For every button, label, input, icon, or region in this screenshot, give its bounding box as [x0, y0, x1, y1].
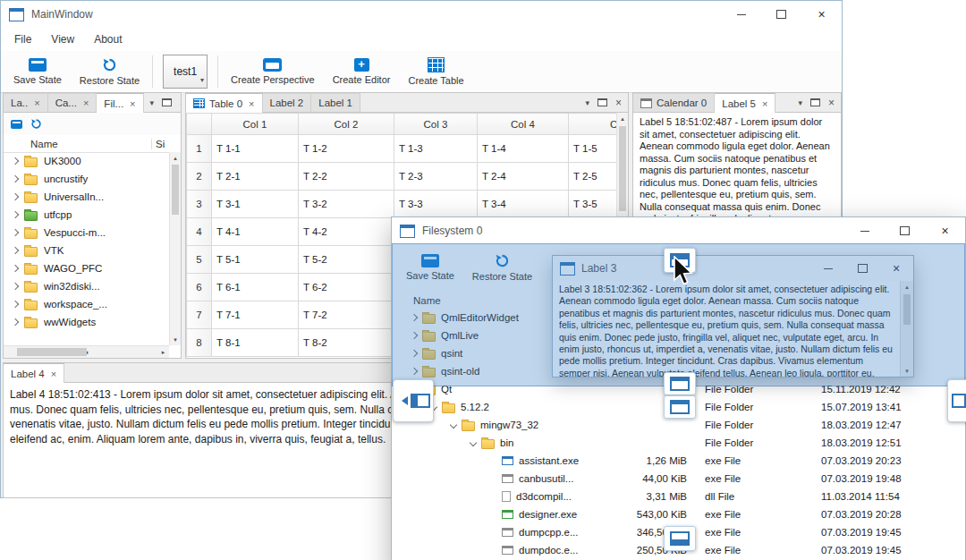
- column-header[interactable]: Col 2: [299, 114, 394, 135]
- tab-close-icon[interactable]: ×: [83, 98, 89, 108]
- table-cell[interactable]: T 1-5: [569, 135, 617, 163]
- horizontal-scrollbar[interactable]: ◂ ▸: [4, 345, 169, 358]
- row-header[interactable]: 1: [187, 135, 212, 163]
- tab-close-icon[interactable]: ×: [762, 98, 767, 109]
- drop-indicator-right[interactable]: [947, 379, 966, 422]
- create-editor-button[interactable]: Create Editor: [324, 51, 400, 92]
- tree-item[interactable]: win32diski...: [4, 277, 169, 295]
- save-state-button[interactable]: Save State: [4, 51, 71, 92]
- tab-menu-icon[interactable]: ▾: [150, 98, 155, 107]
- table-cell[interactable]: T 2-1: [212, 163, 299, 191]
- table-cell[interactable]: T 3-2: [299, 191, 394, 218]
- chevron-right-icon[interactable]: [12, 175, 19, 182]
- perspective-combobox[interactable]: test1 ▾: [163, 55, 208, 89]
- scrollbar-thumb[interactable]: [17, 348, 87, 356]
- column-header[interactable]: Col 5: [569, 114, 617, 135]
- close-icon[interactable]: ×: [615, 97, 622, 109]
- tab-calendar0[interactable]: Calendar 0: [633, 93, 715, 112]
- tree-header[interactable]: Name Si: [4, 135, 181, 153]
- column-header[interactable]: Col 1: [212, 114, 299, 135]
- table-cell[interactable]: T 2-5: [569, 163, 617, 191]
- row-header[interactable]: 6: [187, 274, 212, 301]
- row-header[interactable]: 5: [187, 246, 212, 274]
- tab-menu-icon[interactable]: ▾: [798, 98, 802, 107]
- close-button[interactable]: ×: [801, 1, 842, 28]
- chevron-right-icon[interactable]: [12, 318, 19, 326]
- row-header[interactable]: 7: [187, 301, 212, 329]
- vertical-scrollbar[interactable]: ▴ ▾: [169, 152, 181, 345]
- chevron-right-icon[interactable]: [12, 211, 19, 218]
- column-header[interactable]: Col 3: [394, 114, 478, 135]
- chevron-right-icon[interactable]: [12, 283, 19, 290]
- main-titlebar[interactable]: MainWindow ×: [1, 1, 842, 28]
- close-icon[interactable]: ×: [180, 97, 182, 109]
- table-cell[interactable]: T 8-2: [299, 329, 394, 357]
- minimize-button[interactable]: [844, 217, 885, 244]
- create-perspective-button[interactable]: Create Perspective: [222, 51, 324, 92]
- row-header[interactable]: 2: [187, 163, 212, 191]
- row-header[interactable]: 8: [187, 329, 212, 357]
- drop-indicator-bottom[interactable]: [664, 526, 696, 551]
- filesystem-row[interactable]: d3dcompil...3,31 MiBdll File11.03.2014 1…: [392, 488, 965, 505]
- tab-close-icon[interactable]: ×: [51, 369, 56, 379]
- detach-icon[interactable]: [162, 98, 172, 106]
- table-cell[interactable]: T 3-5: [569, 191, 617, 218]
- tab-close-icon[interactable]: ×: [130, 98, 135, 109]
- tree-item[interactable]: UK3000: [4, 152, 169, 170]
- tab-close-icon[interactable]: ×: [249, 98, 254, 109]
- tab-label1[interactable]: Label 1: [311, 93, 360, 112]
- table-cell[interactable]: T 3-1: [212, 191, 299, 218]
- tab-close-icon[interactable]: ×: [34, 98, 39, 108]
- menu-about[interactable]: About: [84, 30, 131, 49]
- row-header[interactable]: 3: [187, 191, 212, 218]
- scrollbar-thumb[interactable]: [172, 165, 179, 215]
- tab-label2[interactable]: Label 2: [263, 93, 312, 112]
- table-cell[interactable]: T 6-2: [299, 274, 394, 301]
- scroll-down-icon[interactable]: ▾: [170, 334, 181, 345]
- tree-item[interactable]: VTK: [4, 242, 169, 259]
- tab-filesystem[interactable]: Fil... ×: [97, 93, 143, 113]
- table-cell[interactable]: T 3-4: [478, 191, 569, 218]
- column-header[interactable]: Col 4: [478, 114, 569, 135]
- filesystem-row[interactable]: mingw73_32File Folder18.03.2019 12:47: [392, 416, 965, 434]
- drop-indicator-left[interactable]: [393, 379, 434, 422]
- tab-label4[interactable]: Label 4 ×: [4, 363, 64, 383]
- table-cell[interactable]: T 2-2: [299, 163, 394, 191]
- size-column-header[interactable]: Si: [151, 139, 181, 149]
- chevron-right-icon[interactable]: [12, 193, 19, 200]
- chevron-right-icon[interactable]: [12, 247, 19, 254]
- scroll-right-icon[interactable]: ▸: [157, 346, 169, 358]
- name-column-header[interactable]: Name: [4, 139, 151, 149]
- table-cell[interactable]: T 3-3: [394, 191, 478, 218]
- detach-icon[interactable]: [597, 98, 607, 106]
- chevron-right-icon[interactable]: [12, 229, 19, 236]
- chevron-down-icon[interactable]: [450, 421, 457, 428]
- table-cell[interactable]: T 6-1: [212, 274, 299, 301]
- table-cell[interactable]: T 7-2: [299, 301, 394, 329]
- tree-item[interactable]: workspace_...: [4, 295, 169, 313]
- table-cell[interactable]: T 4-1: [212, 218, 299, 246]
- table-cell[interactable]: T 7-1: [212, 301, 299, 329]
- close-icon[interactable]: ×: [828, 97, 835, 109]
- menu-view[interactable]: View: [41, 30, 84, 49]
- filesystem-titlebar[interactable]: Filesystem 0 ×: [392, 217, 965, 244]
- table-cell[interactable]: T 5-2: [299, 246, 394, 274]
- chevron-right-icon[interactable]: [12, 157, 19, 165]
- table-cell[interactable]: T 1-3: [394, 135, 478, 163]
- scroll-up-icon[interactable]: ▴: [170, 152, 181, 164]
- tree-item[interactable]: UniversalIn...: [4, 188, 169, 206]
- chevron-right-icon[interactable]: [12, 301, 19, 308]
- row-header[interactable]: 4: [187, 218, 212, 246]
- tree-item[interactable]: WAGO_PFC: [4, 259, 169, 277]
- tab-menu-icon[interactable]: ▾: [585, 98, 589, 107]
- table-cell[interactable]: T 1-2: [299, 135, 394, 163]
- tab-labels[interactable]: La.. ×: [4, 93, 48, 112]
- table-cell[interactable]: T 5-1: [212, 246, 299, 274]
- tree-item[interactable]: utfcpp: [4, 206, 169, 224]
- drop-indicator-center-tab[interactable]: [664, 395, 696, 419]
- tree-item[interactable]: Vespucci-m...: [4, 224, 169, 242]
- tab-calendar[interactable]: Ca... ×: [48, 93, 97, 112]
- maximize-button[interactable]: [885, 217, 925, 244]
- table-cell[interactable]: T 1-1: [212, 135, 299, 163]
- close-button[interactable]: ×: [925, 217, 965, 244]
